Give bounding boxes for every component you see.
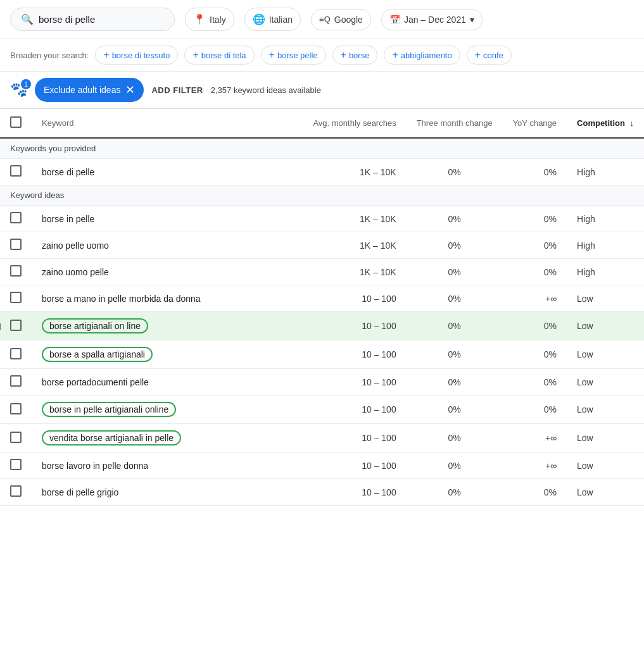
avg-monthly-1-10: 10 – 100 (303, 479, 406, 506)
competition-1-3: Low (567, 285, 644, 312)
keyword-cell-1-9: borse lavoro in pelle donna (32, 452, 303, 479)
row-checkbox-1-2[interactable] (10, 265, 22, 277)
source-filter[interactable]: ≡Q Google (311, 9, 371, 30)
avg-monthly-1-5: 10 – 100 (303, 340, 406, 369)
competition-1-1: High (567, 232, 644, 259)
plus-icon-0: + (103, 49, 109, 61)
row-checkbox-1-0[interactable] (10, 212, 22, 223)
sort-arrow-icon: ↓ (630, 118, 635, 128)
exclude-adult-button[interactable]: Exclude adult ideas ✕ (35, 78, 144, 102)
filter-badge-count: 1 (21, 79, 31, 89)
row-checkbox-1-5[interactable] (10, 348, 22, 359)
row-checkbox-1-7[interactable] (10, 403, 22, 414)
add-filter-button[interactable]: ADD FILTER (151, 85, 203, 95)
competition-1-2: High (567, 259, 644, 285)
search-box[interactable]: 🔍 borse di pelle (10, 8, 175, 31)
yoy-1-6: 0% (503, 369, 567, 396)
avg-monthly-1-3: 10 – 100 (303, 285, 406, 312)
keyword-text-1-8: vendita borse artigianali in pelle (42, 430, 181, 446)
col-header-competition[interactable]: Competition ↓ (567, 109, 644, 138)
broaden-chip-label-1: borse di tela (201, 51, 246, 60)
avg-monthly-1-1: 1K – 10K (303, 232, 406, 259)
broaden-chip-3[interactable]: + borse (332, 46, 378, 65)
competition-1-10: Low (567, 479, 644, 506)
broaden-chip-2[interactable]: + borse pelle (261, 46, 326, 65)
header: 🔍 borse di pelle 📍 Italy 🌐 Italian ≡Q Go… (0, 0, 644, 109)
col-header-avg-monthly: Avg. monthly searches (303, 109, 406, 138)
avg-monthly-1-2: 1K – 10K (303, 259, 406, 285)
col-header-keyword: Keyword (32, 109, 303, 138)
source-label: Google (334, 15, 363, 25)
calendar-icon: 📅 (389, 15, 400, 25)
section-header-1: Keyword ideas (0, 185, 644, 206)
yoy-1-4: 0% (503, 312, 567, 340)
back-arrow-icon[interactable]: ◀ (0, 321, 1, 331)
keyword-text-1-3: borse a mano in pelle morbida da donna (42, 294, 201, 304)
row-checkbox-1-6[interactable] (10, 375, 22, 387)
filter-badge-icon: 🐾 1 (10, 82, 27, 98)
keyword-text-1-10: borse di pelle grigio (42, 487, 118, 497)
exclude-btn-label: Exclude adult ideas (44, 85, 120, 95)
avg-monthly-1-0: 1K – 10K (303, 206, 406, 232)
keyword-text-1-7: borse in pelle artigianali online (42, 402, 176, 417)
three-month-1-8: 0% (407, 424, 503, 452)
yoy-1-3: +∞ (503, 285, 567, 312)
chevron-down-icon: ▾ (470, 15, 474, 25)
three-month-1-10: 0% (407, 479, 503, 506)
keyword-text-1-6: borse portadocumenti pelle (42, 377, 149, 387)
yoy-1-10: 0% (503, 479, 567, 506)
avg-monthly-1-7: 10 – 100 (303, 396, 406, 424)
row-checkbox-1-1[interactable] (10, 239, 22, 250)
close-icon: ✕ (125, 83, 135, 97)
select-all-checkbox[interactable] (10, 116, 22, 128)
row-checkbox-0-0[interactable] (10, 165, 22, 177)
table-row: borse di pelle grigio 10 – 100 0% 0% Low (0, 479, 644, 506)
avg-monthly-1-8: 10 – 100 (303, 424, 406, 452)
row-checkbox-1-8[interactable] (10, 432, 22, 443)
search-input-value: borse di pelle (39, 14, 95, 25)
three-month-1-5: 0% (407, 340, 503, 369)
keyword-table: Keyword Avg. monthly searches Three mont… (0, 109, 644, 506)
broaden-chip-4[interactable]: + abbigliamento (384, 46, 460, 65)
row-checkbox-1-9[interactable] (10, 459, 22, 470)
broaden-chip-5[interactable]: + confe (467, 46, 512, 65)
language-filter[interactable]: 🌐 Italian (244, 8, 301, 31)
row-checkbox-1-4[interactable] (10, 320, 22, 331)
keyword-text-1-2: zaino uomo pelle (42, 267, 109, 277)
competition-1-4: Low (567, 312, 644, 340)
keyword-text-0-0: borse di pelle (42, 167, 94, 177)
broaden-label: Broaden your search: (10, 51, 89, 60)
broaden-chip-label-2: borse pelle (277, 51, 318, 60)
broaden-chip-label-0: borse di tessuto (112, 51, 170, 60)
avg-monthly-1-6: 10 – 100 (303, 369, 406, 396)
keyword-text-1-5: borse a spalla artigianali (42, 347, 153, 362)
table-row: vendita borse artigianali in pelle 10 – … (0, 424, 644, 452)
keyword-cell-1-5: borse a spalla artigianali (32, 340, 303, 369)
table-row: borse lavoro in pelle donna 10 – 100 0% … (0, 452, 644, 479)
date-filter[interactable]: 📅 Jan – Dec 2021 ▾ (381, 9, 483, 30)
competition-1-0: High (567, 206, 644, 232)
col-header-yoy: YoY change (503, 109, 567, 138)
competition-0-0: High (567, 159, 644, 185)
keyword-text-1-4: borse artigianali on line (42, 318, 148, 333)
plus-icon-5: + (475, 49, 481, 61)
location-filter[interactable]: 📍 Italy (185, 8, 234, 31)
location-icon: 📍 (193, 13, 206, 25)
available-count-label: 2,357 keyword ideas available (211, 85, 321, 95)
competition-1-9: Low (567, 452, 644, 479)
keyword-cell-1-1: zaino pelle uomo (32, 232, 303, 259)
location-label: Italy (210, 15, 226, 25)
row-checkbox-1-3[interactable] (10, 292, 22, 303)
plus-icon-1: + (193, 49, 198, 61)
broaden-chip-0[interactable]: + borse di tessuto (95, 46, 178, 65)
yoy-1-2: 0% (503, 259, 567, 285)
competition-1-6: Low (567, 369, 644, 396)
table-row: zaino uomo pelle 1K – 10K 0% 0% High (0, 259, 644, 285)
three-month-1-1: 0% (407, 232, 503, 259)
plus-icon-3: + (341, 49, 346, 61)
row-checkbox-1-10[interactable] (10, 485, 22, 497)
plus-icon-2: + (269, 49, 275, 61)
section-title-0: Keywords you provided (0, 138, 644, 159)
broaden-chip-1[interactable]: + borse di tela (184, 46, 254, 65)
language-label: Italian (269, 15, 293, 25)
